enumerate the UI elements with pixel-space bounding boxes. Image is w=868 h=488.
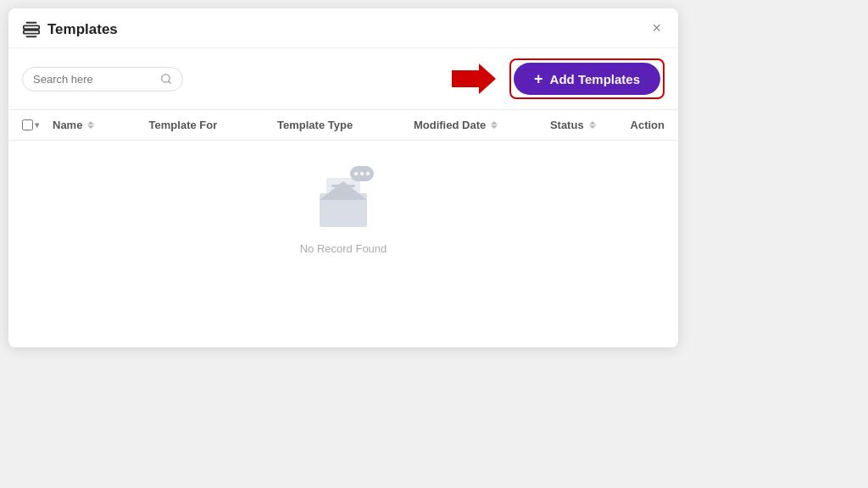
stack-icon bbox=[22, 20, 41, 39]
col-name-header: Name bbox=[53, 119, 149, 131]
svg-marker-4 bbox=[452, 64, 496, 94]
panel-header: Templates × bbox=[8, 8, 678, 48]
add-button-wrapper: + Add Templates bbox=[509, 58, 665, 99]
templates-panel: Templates × + Add Templates bbox=[8, 8, 678, 347]
table-body: No Record Found bbox=[8, 141, 678, 289]
arrow-indicator bbox=[452, 64, 496, 94]
plus-icon: + bbox=[534, 71, 543, 86]
close-button[interactable]: × bbox=[647, 19, 666, 37]
col-modified-date-label: Modified Date bbox=[414, 119, 486, 131]
status-sort-icon[interactable] bbox=[589, 121, 596, 129]
col-action-label: Action bbox=[631, 119, 665, 131]
col-action-header: Action bbox=[631, 119, 665, 131]
col-checkbox: ▾ bbox=[22, 119, 53, 130]
search-icon bbox=[160, 73, 172, 85]
add-templates-button[interactable]: + Add Templates bbox=[514, 63, 660, 95]
chat-bubble-illustration bbox=[350, 166, 374, 181]
svg-rect-0 bbox=[24, 25, 39, 29]
name-sort-icon[interactable] bbox=[87, 121, 94, 129]
col-status-label: Status bbox=[550, 119, 584, 131]
empty-icon bbox=[313, 166, 374, 227]
bubble-dot-3 bbox=[366, 172, 370, 175]
bubble-dot-1 bbox=[354, 172, 358, 175]
empty-message: No Record Found bbox=[300, 242, 387, 255]
col-template-type-label: Template Type bbox=[277, 119, 353, 131]
arrow-icon bbox=[452, 64, 496, 94]
col-modified-date-header: Modified Date bbox=[414, 119, 550, 131]
col-template-for-label: Template For bbox=[149, 119, 218, 131]
col-status-header: Status bbox=[550, 119, 631, 131]
add-templates-label: Add Templates bbox=[550, 72, 640, 86]
modified-date-sort-icon[interactable] bbox=[491, 121, 498, 129]
checkbox-caret[interactable]: ▾ bbox=[35, 120, 39, 130]
envelope-flap bbox=[320, 181, 367, 200]
toolbar: + Add Templates bbox=[8, 48, 678, 109]
search-box bbox=[22, 67, 183, 92]
select-all-checkbox[interactable] bbox=[22, 119, 33, 130]
col-template-for-header: Template For bbox=[149, 119, 277, 131]
col-name-label: Name bbox=[53, 119, 82, 131]
panel-title-area: Templates bbox=[22, 20, 118, 39]
col-template-type-header: Template Type bbox=[277, 119, 414, 131]
bubble-dot-2 bbox=[360, 172, 364, 175]
svg-rect-1 bbox=[24, 30, 39, 34]
svg-line-3 bbox=[169, 81, 171, 84]
empty-state: No Record Found bbox=[300, 166, 387, 255]
search-input[interactable] bbox=[33, 73, 155, 86]
table-header: ▾ Name Template For Template Type Modifi… bbox=[8, 109, 678, 141]
panel-title: Templates bbox=[47, 21, 118, 38]
